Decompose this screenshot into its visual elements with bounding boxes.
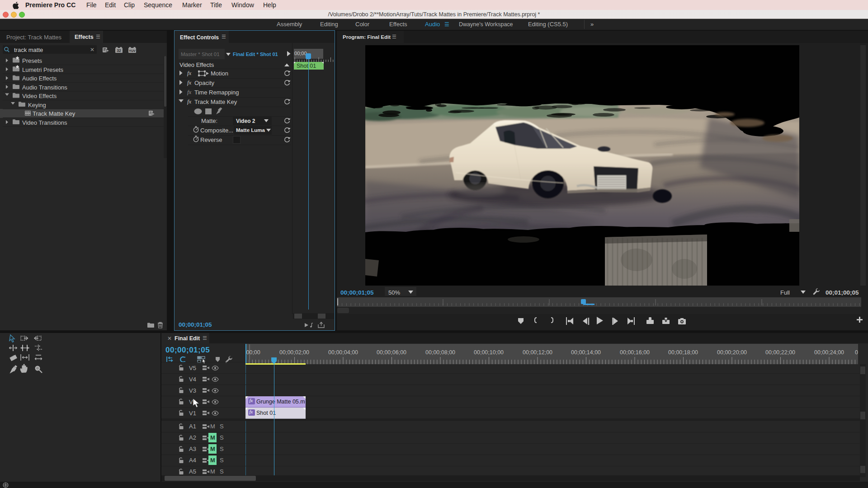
svg-text:32: 32 [117, 48, 121, 53]
svg-text:YUV: YUV [129, 49, 136, 52]
